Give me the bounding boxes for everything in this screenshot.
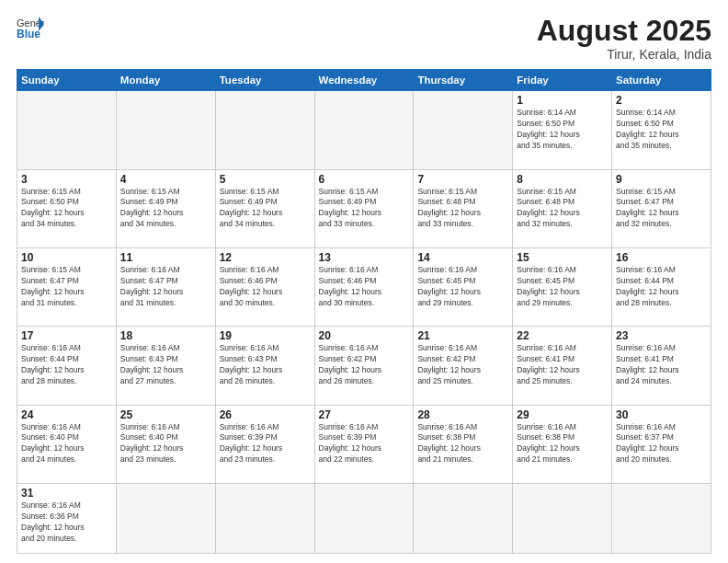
table-row: 12Sunrise: 6:16 AM Sunset: 6:46 PM Dayli… <box>215 247 314 326</box>
table-row: 17Sunrise: 6:16 AM Sunset: 6:44 PM Dayli… <box>17 327 117 405</box>
day-number: 5 <box>220 173 311 186</box>
day-info: Sunrise: 6:16 AM Sunset: 6:42 PM Dayligh… <box>319 343 410 387</box>
day-info: Sunrise: 6:16 AM Sunset: 6:41 PM Dayligh… <box>517 343 608 387</box>
day-info: Sunrise: 6:16 AM Sunset: 6:43 PM Dayligh… <box>120 343 211 387</box>
calendar-week-row: 3Sunrise: 6:15 AM Sunset: 6:50 PM Daylig… <box>17 169 711 247</box>
day-info: Sunrise: 6:16 AM Sunset: 6:39 PM Dayligh… <box>319 422 410 466</box>
calendar-week-row: 10Sunrise: 6:15 AM Sunset: 6:47 PM Dayli… <box>17 247 711 326</box>
table-row: 11Sunrise: 6:16 AM Sunset: 6:47 PM Dayli… <box>116 247 215 326</box>
svg-text:Blue: Blue <box>17 28 40 40</box>
day-number: 30 <box>616 408 707 421</box>
table-row: 9Sunrise: 6:15 AM Sunset: 6:47 PM Daylig… <box>612 169 711 247</box>
day-number: 22 <box>517 329 608 342</box>
table-row: 6Sunrise: 6:15 AM Sunset: 6:49 PM Daylig… <box>314 169 414 247</box>
day-info: Sunrise: 6:16 AM Sunset: 6:40 PM Dayligh… <box>21 422 112 466</box>
day-info: Sunrise: 6:16 AM Sunset: 6:44 PM Dayligh… <box>21 343 112 387</box>
day-number: 14 <box>417 251 508 264</box>
calendar-week-row: 24Sunrise: 6:16 AM Sunset: 6:40 PM Dayli… <box>17 405 711 483</box>
day-info: Sunrise: 6:15 AM Sunset: 6:50 PM Dayligh… <box>21 187 112 231</box>
header: General Blue August 2025 Tirur, Kerala, … <box>17 15 711 62</box>
day-number: 29 <box>517 408 608 421</box>
weekday-header-row: Sunday Monday Tuesday Wednesday Thursday… <box>17 70 711 91</box>
table-row: 3Sunrise: 6:15 AM Sunset: 6:50 PM Daylig… <box>17 169 117 247</box>
day-info: Sunrise: 6:16 AM Sunset: 6:45 PM Dayligh… <box>417 265 508 309</box>
day-number: 18 <box>120 329 211 342</box>
day-number: 13 <box>319 251 410 264</box>
day-number: 4 <box>120 173 211 186</box>
day-info: Sunrise: 6:16 AM Sunset: 6:38 PM Dayligh… <box>417 422 508 466</box>
day-info: Sunrise: 6:16 AM Sunset: 6:37 PM Dayligh… <box>616 422 707 466</box>
day-info: Sunrise: 6:15 AM Sunset: 6:48 PM Dayligh… <box>417 187 508 231</box>
day-number: 25 <box>120 408 211 421</box>
day-number: 3 <box>21 173 112 186</box>
day-number: 31 <box>21 487 112 500</box>
day-info: Sunrise: 6:16 AM Sunset: 6:44 PM Dayligh… <box>616 265 707 309</box>
day-number: 19 <box>220 329 311 342</box>
day-info: Sunrise: 6:16 AM Sunset: 6:40 PM Dayligh… <box>120 422 211 466</box>
table-row: 31Sunrise: 6:16 AM Sunset: 6:36 PM Dayli… <box>17 483 117 553</box>
table-row: 30Sunrise: 6:16 AM Sunset: 6:37 PM Dayli… <box>612 405 711 483</box>
day-info: Sunrise: 6:16 AM Sunset: 6:47 PM Dayligh… <box>120 265 211 309</box>
day-number: 20 <box>319 329 410 342</box>
table-row <box>612 483 711 553</box>
header-sunday: Sunday <box>17 70 117 91</box>
day-number: 26 <box>220 408 311 421</box>
day-number: 24 <box>21 408 112 421</box>
header-tuesday: Tuesday <box>215 70 314 91</box>
day-info: Sunrise: 6:16 AM Sunset: 6:46 PM Dayligh… <box>319 265 410 309</box>
day-number: 12 <box>220 251 311 264</box>
table-row <box>314 91 414 169</box>
day-number: 16 <box>616 251 707 264</box>
day-number: 28 <box>417 408 508 421</box>
day-info: Sunrise: 6:16 AM Sunset: 6:43 PM Dayligh… <box>220 343 311 387</box>
day-number: 8 <box>517 173 608 186</box>
table-row: 28Sunrise: 6:16 AM Sunset: 6:38 PM Dayli… <box>414 405 513 483</box>
day-info: Sunrise: 6:15 AM Sunset: 6:49 PM Dayligh… <box>220 187 311 231</box>
table-row <box>116 483 215 553</box>
day-info: Sunrise: 6:16 AM Sunset: 6:41 PM Dayligh… <box>616 343 707 387</box>
table-row <box>513 483 612 553</box>
page: General Blue August 2025 Tirur, Kerala, … <box>0 0 728 563</box>
table-row: 10Sunrise: 6:15 AM Sunset: 6:47 PM Dayli… <box>17 247 117 326</box>
title-block: August 2025 Tirur, Kerala, India <box>537 15 711 62</box>
calendar-title: August 2025 <box>537 15 711 47</box>
table-row <box>215 483 314 553</box>
day-number: 1 <box>517 94 608 107</box>
day-number: 17 <box>21 329 112 342</box>
day-info: Sunrise: 6:15 AM Sunset: 6:48 PM Dayligh… <box>517 187 608 231</box>
day-number: 21 <box>417 329 508 342</box>
table-row <box>17 91 117 169</box>
calendar-week-row: 31Sunrise: 6:16 AM Sunset: 6:36 PM Dayli… <box>17 483 711 553</box>
day-number: 10 <box>21 251 112 264</box>
header-saturday: Saturday <box>612 70 711 91</box>
calendar-week-row: 1Sunrise: 6:14 AM Sunset: 6:50 PM Daylig… <box>17 91 711 169</box>
day-number: 7 <box>417 173 508 186</box>
day-info: Sunrise: 6:16 AM Sunset: 6:42 PM Dayligh… <box>417 343 508 387</box>
table-row: 18Sunrise: 6:16 AM Sunset: 6:43 PM Dayli… <box>116 327 215 405</box>
day-info: Sunrise: 6:16 AM Sunset: 6:46 PM Dayligh… <box>220 265 311 309</box>
day-number: 23 <box>616 329 707 342</box>
calendar-table: Sunday Monday Tuesday Wednesday Thursday… <box>17 69 711 554</box>
table-row: 16Sunrise: 6:16 AM Sunset: 6:44 PM Dayli… <box>612 247 711 326</box>
day-info: Sunrise: 6:15 AM Sunset: 6:49 PM Dayligh… <box>319 187 410 231</box>
day-number: 27 <box>319 408 410 421</box>
header-friday: Friday <box>513 70 612 91</box>
table-row: 7Sunrise: 6:15 AM Sunset: 6:48 PM Daylig… <box>414 169 513 247</box>
calendar-subtitle: Tirur, Kerala, India <box>537 47 711 62</box>
table-row <box>414 91 513 169</box>
table-row: 2Sunrise: 6:14 AM Sunset: 6:50 PM Daylig… <box>612 91 711 169</box>
table-row <box>314 483 414 553</box>
table-row <box>215 91 314 169</box>
table-row: 24Sunrise: 6:16 AM Sunset: 6:40 PM Dayli… <box>17 405 117 483</box>
day-number: 6 <box>319 173 410 186</box>
logo-icon: General Blue <box>17 15 44 40</box>
table-row: 22Sunrise: 6:16 AM Sunset: 6:41 PM Dayli… <box>513 327 612 405</box>
header-wednesday: Wednesday <box>314 70 414 91</box>
day-number: 2 <box>616 94 707 107</box>
table-row: 27Sunrise: 6:16 AM Sunset: 6:39 PM Dayli… <box>314 405 414 483</box>
day-number: 9 <box>616 173 707 186</box>
day-info: Sunrise: 6:16 AM Sunset: 6:36 PM Dayligh… <box>21 500 112 545</box>
header-thursday: Thursday <box>414 70 513 91</box>
table-row: 4Sunrise: 6:15 AM Sunset: 6:49 PM Daylig… <box>116 169 215 247</box>
table-row <box>116 91 215 169</box>
